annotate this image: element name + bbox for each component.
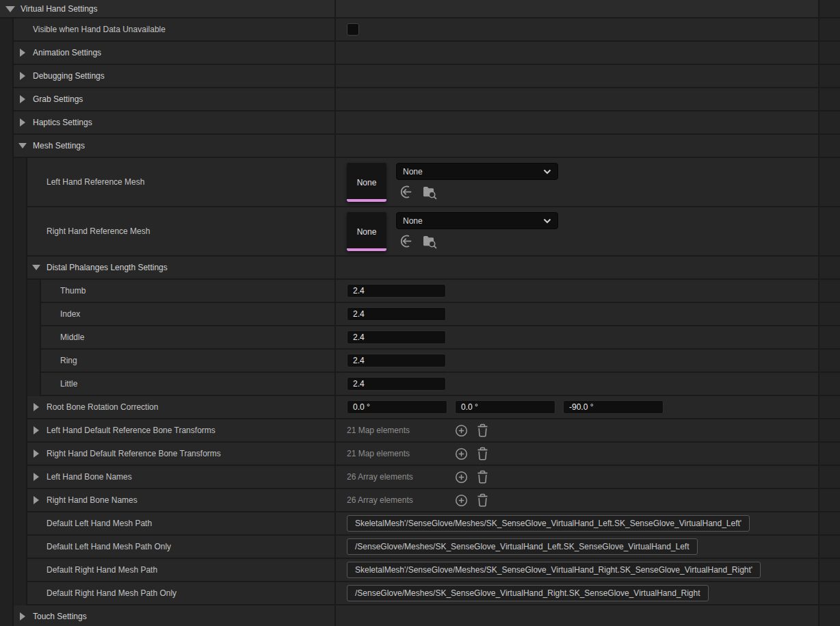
- browse-to-asset-icon[interactable]: [421, 233, 438, 249]
- right-gutter: [818, 489, 840, 512]
- chevron-down-icon: [543, 218, 551, 224]
- indent-guide: [14, 373, 27, 396]
- indent-guide: [0, 65, 14, 88]
- elements-summary: 21 Map elements: [347, 449, 455, 458]
- category-row-virtual-hand-settings[interactable]: Virtual Hand Settings: [0, 0, 840, 18]
- expander-down-icon[interactable]: [5, 6, 15, 12]
- right-gutter: [818, 207, 840, 257]
- right-gutter: [818, 605, 840, 626]
- mesh-path-text-field[interactable]: /SenseGlove/Meshes/SK_SenseGlove_Virtual…: [347, 538, 698, 555]
- property-row-default-left-hand-mesh-path-only: Default Left Hand Mesh Path Only /SenseG…: [0, 536, 840, 559]
- asset-thumbnail[interactable]: None: [347, 163, 386, 202]
- expander-right-icon[interactable]: [20, 95, 25, 103]
- expander-right-icon[interactable]: [20, 118, 25, 127]
- expander-right-icon[interactable]: [34, 449, 39, 458]
- indent-guide: [14, 443, 27, 466]
- category-label: Virtual Hand Settings: [21, 4, 98, 14]
- indent-guide: [27, 326, 41, 350]
- mesh-path-text-field[interactable]: SkeletalMesh'/SenseGlove/Meshes/SK_Sense…: [347, 562, 761, 578]
- thumb-length-input[interactable]: 2.4: [347, 284, 446, 298]
- expander-right-icon[interactable]: [34, 496, 39, 504]
- mesh-path-text-field[interactable]: /SenseGlove/Meshes/SK_SenseGlove_Virtual…: [347, 585, 709, 601]
- indent-guide: [14, 303, 27, 326]
- middle-length-input[interactable]: 2.4: [347, 330, 446, 344]
- property-row-default-right-hand-mesh-path: Default Right Hand Mesh Path SkeletalMes…: [0, 559, 840, 582]
- property-row-thumb: Thumb 2.4: [0, 280, 840, 303]
- indent-guide: [27, 373, 41, 396]
- index-length-input[interactable]: 2.4: [347, 307, 446, 321]
- indent-guide: [0, 303, 14, 326]
- mesh-path-text-field[interactable]: SkeletalMesh'/SenseGlove/Meshes/SK_Sense…: [347, 515, 750, 532]
- browse-to-asset-icon[interactable]: [421, 184, 438, 200]
- indent-guide: [14, 582, 27, 605]
- indent-guide: [14, 536, 27, 559]
- property-row-right-hand-default-reference-bone-transforms: Right Hand Default Reference Bone Transf…: [0, 443, 840, 466]
- property-row-root-bone-rotation-correction: Root Bone Rotation Correction 0.0 ° 0.0 …: [0, 396, 840, 419]
- expander-right-icon[interactable]: [34, 403, 39, 411]
- indent-guide: [0, 489, 14, 512]
- category-row-mesh-settings[interactable]: Mesh Settings: [0, 135, 840, 158]
- clear-elements-trash-icon[interactable]: [477, 470, 488, 484]
- property-label: Index: [60, 309, 80, 319]
- indent-guide: [14, 466, 27, 489]
- asset-picker-dropdown[interactable]: None: [396, 212, 558, 229]
- property-row-middle: Middle 2.4: [0, 326, 840, 350]
- asset-type-color-bar: [347, 248, 386, 251]
- category-row-distal-phalanges-length-settings[interactable]: Distal Phalanges Length Settings: [0, 257, 840, 280]
- indent-guide: [14, 158, 27, 207]
- indent-guide: [0, 112, 14, 135]
- use-selected-asset-icon[interactable]: [398, 233, 414, 249]
- rotation-y-input[interactable]: 0.0 °: [455, 400, 555, 414]
- category-row-debugging-settings[interactable]: Debugging Settings: [0, 65, 840, 88]
- category-row-haptics-settings[interactable]: Haptics Settings: [0, 112, 840, 135]
- clear-elements-trash-icon[interactable]: [477, 493, 488, 507]
- right-gutter: [818, 65, 840, 88]
- indent-guide: [0, 280, 14, 303]
- add-element-icon[interactable]: [455, 471, 468, 484]
- indent-guide: [0, 466, 14, 489]
- expander-down-icon[interactable]: [32, 265, 40, 270]
- use-selected-asset-icon[interactable]: [398, 184, 414, 200]
- indent-guide: [0, 559, 14, 582]
- property-row-right-hand-reference-mesh: Right Hand Reference Mesh None None: [0, 207, 840, 257]
- property-label: Little: [60, 379, 77, 389]
- clear-elements-trash-icon[interactable]: [477, 447, 488, 460]
- ring-length-input[interactable]: 2.4: [347, 354, 446, 367]
- category-row-animation-settings[interactable]: Animation Settings: [0, 42, 840, 65]
- indent-guide: [14, 257, 27, 280]
- asset-picker-dropdown[interactable]: None: [396, 163, 558, 180]
- category-label: Haptics Settings: [33, 118, 92, 127]
- right-gutter: [818, 112, 840, 135]
- category-label: Debugging Settings: [33, 71, 105, 81]
- rotation-z-input[interactable]: -90.0 °: [563, 400, 664, 414]
- expander-right-icon[interactable]: [20, 612, 25, 621]
- property-row-left-hand-bone-names: Left Hand Bone Names 26 Array elements: [0, 466, 840, 489]
- indent-guide: [0, 443, 14, 466]
- asset-thumbnail[interactable]: None: [347, 212, 386, 251]
- chevron-down-icon: [543, 169, 551, 174]
- rotation-x-input[interactable]: 0.0 °: [347, 400, 447, 414]
- property-label: Default Left Hand Mesh Path: [47, 519, 152, 528]
- little-length-input[interactable]: 2.4: [347, 377, 446, 391]
- indent-guide: [27, 350, 41, 373]
- clear-elements-trash-icon[interactable]: [477, 423, 488, 437]
- property-label: Default Right Hand Mesh Path: [47, 565, 157, 575]
- expander-right-icon[interactable]: [20, 72, 25, 80]
- category-row-grab-settings[interactable]: Grab Settings: [0, 88, 840, 112]
- expander-right-icon[interactable]: [20, 49, 25, 57]
- add-element-icon[interactable]: [455, 494, 468, 507]
- property-row-default-right-hand-mesh-path-only: Default Right Hand Mesh Path Only /Sense…: [0, 582, 840, 605]
- visible-when-hand-data-unavailable-checkbox[interactable]: [347, 23, 359, 36]
- category-row-touch-settings[interactable]: Touch Settings: [0, 605, 840, 626]
- expander-right-icon[interactable]: [34, 426, 39, 434]
- indent-guide: [14, 396, 27, 419]
- expander-right-icon[interactable]: [34, 473, 39, 481]
- asset-thumbnail-text: None: [357, 178, 377, 187]
- category-label: Grab Settings: [33, 94, 83, 104]
- right-gutter: [818, 443, 840, 466]
- property-label: Left Hand Reference Mesh: [47, 177, 144, 187]
- expander-down-icon[interactable]: [18, 143, 27, 148]
- add-element-icon[interactable]: [455, 424, 468, 437]
- add-element-icon[interactable]: [455, 447, 468, 460]
- right-gutter: [818, 326, 840, 350]
